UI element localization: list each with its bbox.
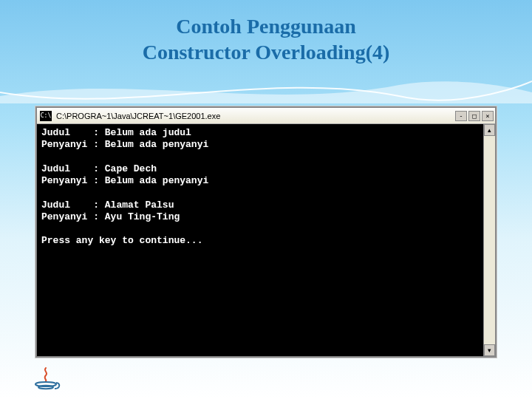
console-body: Judul : Belum ada judul Penyanyi : Belum… [37, 124, 495, 356]
window-titlebar[interactable]: C:\ C:\PROGRA~1\Java\JCREAT~1\GE2001.exe… [37, 108, 495, 124]
scroll-down-button[interactable]: ▾ [484, 344, 495, 356]
scroll-up-button[interactable]: ▴ [484, 124, 495, 136]
minimize-button[interactable]: - [455, 111, 467, 121]
close-button[interactable]: × [482, 111, 494, 121]
maximize-button[interactable]: □ [468, 111, 480, 121]
scroll-track[interactable] [484, 136, 495, 344]
title-line-2: Constructor Overloading(4) [143, 41, 390, 64]
window-controls: - □ × [455, 111, 494, 121]
cmd-icon: C:\ [40, 111, 52, 121]
vertical-scrollbar[interactable]: ▴ ▾ [483, 124, 495, 356]
title-line-1: Contoh Penggunaan [176, 15, 356, 38]
background-wave [0, 74, 532, 103]
console-output: Judul : Belum ada judul Penyanyi : Belum… [37, 124, 483, 356]
java-logo [30, 366, 62, 390]
console-window: C:\ C:\PROGRA~1\Java\JCREAT~1\GE2001.exe… [35, 106, 497, 358]
slide-title: Contoh Penggunaan Constructor Overloadin… [0, 0, 532, 72]
window-title-text: C:\PROGRA~1\Java\JCREAT~1\GE2001.exe [56, 112, 455, 120]
